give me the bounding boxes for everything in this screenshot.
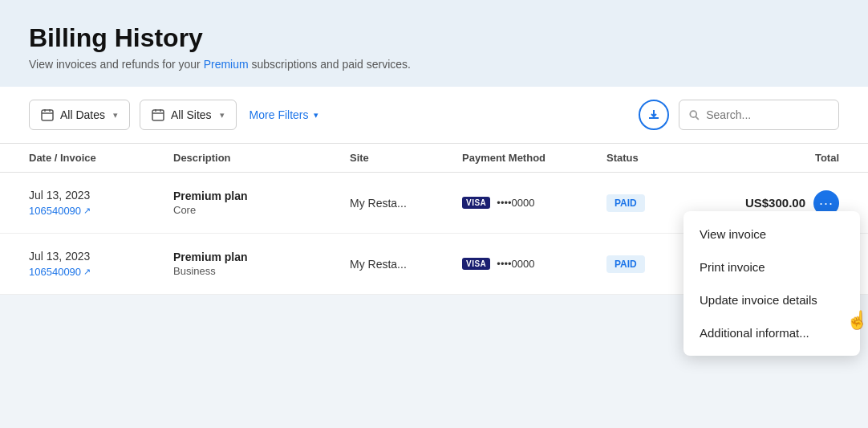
- table-row: Jul 13, 2023 106540090 ↗ Premium plan Co…: [0, 173, 868, 234]
- dropdown-item-print-invoice[interactable]: Print invoice: [683, 251, 860, 283]
- status-badge: PAID: [606, 255, 645, 273]
- row1-invoice-link[interactable]: 106540090 ↗: [29, 205, 173, 217]
- row2-desc-sub: Business: [173, 265, 350, 277]
- download-icon: [647, 108, 660, 121]
- sites-chevron-icon: ▾: [220, 110, 225, 120]
- payment-cell: VISA ••••0000: [462, 197, 606, 209]
- external-link-icon: ↗: [83, 267, 91, 277]
- search-container: [679, 100, 839, 130]
- dropdown-item-update-details[interactable]: Update invoice details ☝: [683, 283, 860, 316]
- chevron-down-icon: ▾: [113, 110, 118, 120]
- dropdown-menu: View invoice Print invoice Update invoic…: [683, 211, 860, 356]
- svg-rect-0: [42, 110, 53, 120]
- more-filters-button[interactable]: More Filters ▾: [246, 100, 322, 130]
- all-sites-label: All Sites: [171, 108, 212, 121]
- table-header: Date / Invoice Description Site Payment …: [0, 144, 868, 173]
- svg-line-9: [696, 116, 699, 120]
- payment-last4: ••••0000: [497, 258, 534, 270]
- row1-date: Jul 13, 2023: [29, 189, 173, 202]
- payment-cell: VISA ••••0000: [462, 258, 606, 270]
- table-container: Date / Invoice Description Site Payment …: [0, 144, 868, 295]
- filters-bar: All Dates ▾ All Sites ▾ More Filters ▾: [0, 87, 868, 144]
- date-cell: Jul 13, 2023 106540090 ↗: [29, 189, 173, 217]
- payment-last4: ••••0000: [497, 197, 534, 209]
- row2-desc-main: Premium plan: [173, 251, 350, 263]
- subtitle-suffix: subscriptions and paid services.: [249, 58, 411, 71]
- update-invoice-label: Update invoice details: [700, 293, 817, 307]
- row1-desc-main: Premium plan: [173, 190, 350, 202]
- description-cell: Premium plan Core: [173, 190, 350, 216]
- external-link-icon: ↗: [83, 206, 91, 216]
- visa-badge: VISA: [462, 197, 490, 209]
- col-date-invoice: Date / Invoice: [29, 152, 173, 164]
- page-title: Billing History: [29, 22, 839, 53]
- more-filters-label: More Filters: [249, 108, 309, 121]
- all-sites-filter[interactable]: All Sites ▾: [140, 100, 237, 130]
- col-status: Status: [606, 152, 703, 164]
- more-filters-chevron-icon: ▾: [314, 110, 318, 120]
- site-cell: My Resta...: [350, 197, 462, 210]
- col-site: Site: [350, 152, 462, 164]
- header-section: Billing History View invoices and refund…: [0, 0, 868, 87]
- row1-total: US$300.00: [745, 196, 805, 210]
- dropdown-item-additional-info[interactable]: Additional informat...: [683, 316, 860, 349]
- sites-calendar-icon: [152, 108, 164, 121]
- all-dates-label: All Dates: [60, 108, 105, 121]
- date-cell: Jul 13, 2023 106540090 ↗: [29, 250, 173, 278]
- svg-point-8: [690, 111, 696, 117]
- status-badge: PAID: [606, 194, 645, 212]
- visa-badge: VISA: [462, 258, 490, 270]
- svg-rect-4: [152, 110, 164, 120]
- col-payment-method: Payment Method: [462, 152, 606, 164]
- col-total: Total: [703, 152, 839, 164]
- all-dates-filter[interactable]: All Dates ▾: [29, 100, 130, 130]
- dropdown-item-view-invoice[interactable]: View invoice: [683, 218, 860, 251]
- page-subtitle: View invoices and refunds for your Premi…: [29, 58, 839, 71]
- search-icon: [689, 109, 700, 121]
- premium-link[interactable]: Premium: [204, 58, 249, 71]
- row2-date: Jul 13, 2023: [29, 250, 173, 263]
- row1-desc-sub: Core: [173, 204, 350, 216]
- download-button[interactable]: [639, 100, 669, 130]
- search-input[interactable]: [706, 108, 829, 121]
- site-cell: My Resta...: [350, 258, 462, 271]
- calendar-icon: [41, 108, 54, 121]
- subtitle-prefix: View invoices and refunds for your: [29, 58, 204, 71]
- status-cell: PAID: [606, 194, 703, 212]
- description-cell: Premium plan Business: [173, 251, 350, 277]
- row2-invoice-link[interactable]: 106540090 ↗: [29, 266, 173, 278]
- col-description: Description: [173, 152, 350, 164]
